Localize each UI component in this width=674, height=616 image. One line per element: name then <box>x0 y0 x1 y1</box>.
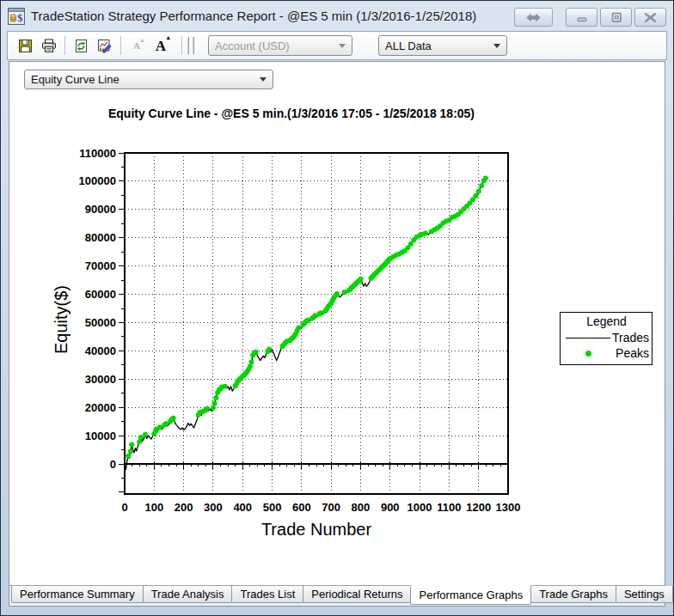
titlebar[interactable]: $ TradeStation Strategy Performance Repo… <box>1 1 673 31</box>
svg-text:30000: 30000 <box>85 373 116 386</box>
svg-text:70000: 70000 <box>85 259 116 272</box>
print-icon <box>41 39 57 53</box>
save-button[interactable] <box>15 35 35 56</box>
increase-font-icon: A▲ <box>156 39 166 53</box>
restore-icon <box>610 12 623 23</box>
save-icon <box>18 39 33 53</box>
app-icon: $ <box>8 8 25 25</box>
double-arrow-icon <box>526 13 541 22</box>
svg-text:50000: 50000 <box>85 316 116 329</box>
refresh-button[interactable] <box>70 35 91 56</box>
svg-text:100: 100 <box>144 501 163 514</box>
legend-label-peaks: Peaks <box>612 346 649 360</box>
app-window: $ TradeStation Strategy Performance Repo… <box>0 0 674 616</box>
svg-text:600: 600 <box>292 501 311 514</box>
svg-text:1100: 1100 <box>437 501 461 514</box>
svg-text:80000: 80000 <box>85 231 116 244</box>
minimize-icon <box>575 12 589 22</box>
toolbar-separator <box>120 36 121 55</box>
svg-text:110000: 110000 <box>79 147 116 160</box>
close-icon <box>644 12 657 23</box>
svg-text:300: 300 <box>204 501 223 514</box>
toolbar: A▲ A▲ Account (USD) ALL Data <box>7 31 667 60</box>
svg-text:0: 0 <box>121 501 127 514</box>
tab-performance-summary[interactable]: Performance Summary <box>11 586 144 603</box>
tab-trade-graphs[interactable]: Trade Graphs <box>530 586 616 603</box>
svg-text:500: 500 <box>263 501 282 514</box>
chart-legend: Legend Trades Peaks <box>560 312 653 365</box>
toolbar-separator <box>64 36 65 55</box>
increase-font-button[interactable]: A▲ <box>150 35 171 56</box>
dollar-icon: $ <box>17 12 22 24</box>
svg-text:60000: 60000 <box>85 288 116 301</box>
chevron-down-icon <box>493 44 500 48</box>
svg-text:800: 800 <box>352 501 371 514</box>
chart-title: Equity Curve Line - @ES 5 min.(1/3/2016 … <box>9 107 573 120</box>
svg-text:20000: 20000 <box>85 401 116 414</box>
decrease-font-button[interactable]: A▲ <box>126 35 147 56</box>
legend-label-trades: Trades <box>612 331 649 345</box>
report-tabs: Performance SummaryTrade AnalysisTrades … <box>9 585 665 606</box>
svg-text:1300: 1300 <box>496 501 521 514</box>
tab-trade-analysis[interactable]: Trade Analysis <box>143 586 233 603</box>
data-range-select[interactable]: ALL Data <box>378 35 507 56</box>
svg-text:1000: 1000 <box>407 501 432 514</box>
legend-title: Legend <box>564 314 649 328</box>
print-button[interactable] <box>39 35 59 56</box>
report-settings-icon <box>97 39 113 53</box>
report-view-select[interactable]: Equity Curve Line <box>24 70 273 89</box>
chevron-down-icon <box>260 77 267 82</box>
legend-row-trades: Trades <box>564 330 649 345</box>
svg-text:100000: 100000 <box>79 174 116 187</box>
svg-text:700: 700 <box>322 501 340 514</box>
peaks-dot-sample <box>585 351 591 357</box>
report-view-select-value: Equity Curve Line <box>31 73 253 86</box>
svg-text:900: 900 <box>381 501 400 514</box>
account-select-value: Account (USD) <box>215 40 332 52</box>
svg-text:200: 200 <box>175 501 193 514</box>
svg-text:90000: 90000 <box>85 203 116 216</box>
toolbar-grip <box>193 37 194 54</box>
report-settings-button[interactable] <box>95 35 115 56</box>
restore-button[interactable] <box>600 8 632 27</box>
svg-text:0: 0 <box>110 458 116 471</box>
svg-text:400: 400 <box>233 501 252 514</box>
chevron-down-icon <box>339 44 346 48</box>
svg-text:Trade Number: Trade Number <box>261 520 372 539</box>
tab-settings[interactable]: Settings <box>616 586 673 603</box>
data-range-select-value: ALL Data <box>385 40 487 52</box>
svg-text:10000: 10000 <box>85 430 116 442</box>
refresh-icon <box>74 39 89 53</box>
tab-periodical-returns[interactable]: Periodical Returns <box>303 586 411 603</box>
report-content: Equity Curve Line Equity Curve Line - @E… <box>9 61 665 607</box>
svg-text:Equity($): Equity($) <box>52 285 70 354</box>
legend-row-peaks: Peaks <box>564 345 649 361</box>
svg-text:1200: 1200 <box>466 501 491 514</box>
minimize-button[interactable] <box>566 8 597 27</box>
account-select[interactable]: Account (USD) <box>208 35 352 56</box>
decrease-font-icon: A▲ <box>133 41 140 51</box>
dock-button[interactable] <box>514 8 553 27</box>
toolbar-separator <box>181 36 182 55</box>
toolbar-grip <box>187 37 189 54</box>
svg-text:40000: 40000 <box>85 345 116 357</box>
trades-line-sample <box>566 338 610 338</box>
tab-trades-list[interactable]: Trades List <box>231 586 303 603</box>
tab-performance-graphs[interactable]: Performance Graphs <box>410 585 531 605</box>
window-title: TradeStation Strategy Performance Report… <box>31 9 476 23</box>
close-button[interactable] <box>634 8 666 27</box>
